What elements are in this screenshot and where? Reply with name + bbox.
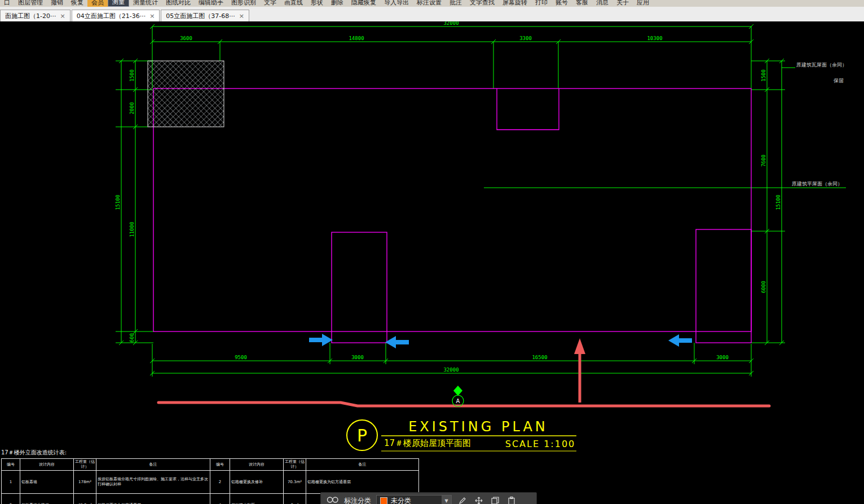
dim-left-total: 15100	[115, 194, 121, 210]
title-chinese: 17＃楼原始屋顶平面图	[384, 438, 471, 448]
roof-outline	[153, 89, 751, 343]
dim-bottom-total: 32000	[443, 367, 459, 373]
dim-top-seg: 3600	[180, 36, 192, 41]
dim-top-seg: 3300	[519, 36, 532, 41]
tab-elevation-21-36[interactable]: 04立面施工图（21-36··· ×	[72, 10, 160, 21]
stats-header-row: 编号 设计内容 工程量（估计） 备注 编号 设计内容 工程量（估计） 备注	[2, 459, 419, 471]
stats-cell: 屋面防水翻新	[230, 494, 284, 504]
stats-header-cell: 工程量（估计）	[284, 459, 306, 471]
dim-bottom-seg: 3000	[351, 355, 364, 360]
menu-item-messages[interactable]: 消息	[592, 0, 612, 7]
tab-close-icon[interactable]: ×	[60, 12, 65, 20]
tab-elevation-37-68[interactable]: 05立面施工图（37-68··· ×	[161, 10, 249, 21]
stats-cell: 178m²	[74, 471, 96, 494]
stats-cell: 铝板幕墙	[20, 471, 74, 494]
menu-item-draw-line[interactable]: 画直线	[280, 0, 307, 7]
menu-item-edit-assistant[interactable]: 编辑助手	[195, 0, 227, 7]
stats-cell: 按原铝板幕墙分格尺寸排列图测绘、施工要求，送样与业主多次打样确认封样	[96, 471, 210, 494]
section-marker-a: A	[452, 386, 464, 406]
menu-item-import-export[interactable]: 导入导出	[380, 0, 413, 7]
stats-cell: 铝格栅更换为铝方通基层	[96, 494, 210, 504]
dim-bottom-seg: 9500	[235, 355, 247, 360]
annotation-category-select[interactable]: 未分类 ▼	[376, 495, 452, 504]
menu-item-measure[interactable]: 测量	[108, 0, 129, 7]
stats-header-cell: 设计内容	[20, 459, 74, 471]
stats-row: 1 铝板幕墙 178m² 按原铝板幕墙分格尺寸排列图测绘、施工要求，送样与业主多…	[2, 471, 419, 494]
menu-item-redo[interactable]: 恢复	[67, 0, 87, 7]
menu-item-support[interactable]: 客服	[572, 0, 592, 7]
section-marker-diamond-icon	[453, 386, 462, 396]
dim-left-seg: 600	[129, 333, 135, 342]
menu-item-drawing-compare[interactable]: 图纸对比	[162, 0, 195, 7]
tab-elevation-1-20[interactable]: 面施工图（1-20··· ×	[0, 10, 70, 21]
chevron-down-icon[interactable]: ▼	[442, 496, 451, 504]
dim-top-seg: 14800	[349, 36, 364, 41]
drawing-canvas[interactable]: 32000 3600 14800 3300 10300 15100 1500 2…	[0, 21, 864, 504]
stats-table-title: 17＃楼外立面改造统计表:	[1, 449, 420, 457]
stats-cell: 48.2m²	[74, 494, 96, 504]
menu-item-delete[interactable]: 删除	[327, 0, 347, 7]
category-color-swatch	[380, 497, 387, 504]
dim-right-total: 15100	[775, 194, 781, 210]
stats-header-cell: 设计内容	[230, 459, 284, 471]
stats-cell: 1	[2, 471, 20, 494]
dimension-lines	[116, 24, 846, 377]
title-block: P EXISTING PLAN 17＃楼原始屋顶平面图 SCALE 1:100	[347, 419, 576, 451]
label-flat-roof: 原建筑平屋面（余同）	[792, 181, 843, 187]
dim-left-seg: 11000	[129, 222, 135, 237]
menu-item-measure-stats[interactable]: 测量统计	[129, 0, 162, 7]
stats-header-cell: 备注	[96, 459, 210, 471]
tab-close-icon[interactable]: ×	[149, 12, 155, 20]
stats-header-cell: 工程量（估计）	[74, 459, 96, 471]
menu-item-apps[interactable]: 应用	[633, 0, 653, 7]
dim-left-seg: 1500	[129, 69, 135, 82]
blue-arrow-left-icon	[385, 336, 409, 348]
drawing-tabs: 面施工图（1-20··· × 04立面施工图（21-36··· × 05立面施工…	[0, 7, 864, 21]
menu-item-window[interactable]: 口	[0, 0, 14, 7]
label-tile-roof: 原建筑瓦屋面（余同）	[796, 62, 847, 68]
stats-cell: 3	[2, 494, 20, 504]
dim-right-seg: 1500	[761, 69, 766, 82]
tab-label: 04立面施工图（21-36···	[77, 12, 146, 20]
stats-header-cell: 编号	[210, 459, 230, 471]
title-circle-letter: P	[357, 426, 367, 445]
copy-annotation-button[interactable]	[490, 495, 501, 504]
dim-bottom-seg: 16500	[532, 355, 547, 360]
move-annotation-button[interactable]	[473, 495, 484, 504]
menu-item-annotation-settings[interactable]: 标注设置	[413, 0, 446, 7]
label-keep: 保留	[833, 78, 844, 83]
cad-drawing: 32000 3600 14800 3300 10300 15100 1500 2…	[0, 21, 864, 504]
menu-item-screen-rotate[interactable]: 屏幕旋转	[499, 0, 531, 7]
dim-bottom-seg: 3000	[716, 355, 729, 360]
menu-item-shapes[interactable]: 形状	[307, 0, 327, 7]
category-selected-value: 未分类	[391, 496, 438, 504]
menu-item-print[interactable]: 打印	[531, 0, 552, 7]
annotation-toolbar: 标注分类 未分类 ▼	[320, 492, 537, 504]
menu-item-member[interactable]: 会员	[87, 0, 108, 7]
hatch-area	[148, 61, 224, 127]
menu-item-hide-restore[interactable]: 隐藏恢复	[347, 0, 380, 7]
edit-annotation-button[interactable]	[457, 495, 468, 504]
tab-label: 05立面施工图（37-68···	[166, 12, 235, 20]
stats-cell: 0m²	[284, 494, 306, 504]
stats-cell: 铝格栅更换及修补	[230, 471, 284, 494]
stats-cell: 4	[210, 494, 230, 504]
stats-cell: 70.3m²	[284, 471, 306, 494]
menu-item-text-search[interactable]: 文字查找	[466, 0, 499, 7]
menu-item-shape-recognition[interactable]: 图形识别	[227, 0, 260, 7]
menu-item-comment[interactable]: 批注	[446, 0, 466, 7]
menu-item-text[interactable]: 文字	[260, 0, 280, 7]
stats-cell: 2	[210, 471, 230, 494]
stats-header-cell: 编号	[2, 459, 20, 471]
stats-cell: 铝板幕墙仿格栅	[20, 494, 74, 504]
menu-item-about[interactable]: 关于	[612, 0, 633, 7]
dim-right-seg: 7600	[761, 154, 766, 167]
menu-item-account[interactable]: 账号	[552, 0, 572, 7]
paste-annotation-button[interactable]	[506, 495, 517, 504]
blue-arrow-right-icon	[309, 334, 333, 346]
section-marker-letter: A	[456, 398, 460, 404]
menu-item-layer-manager[interactable]: 图层管理	[14, 0, 47, 7]
tab-label: 面施工图（1-20···	[5, 12, 56, 20]
menu-item-undo[interactable]: 撤销	[47, 0, 67, 7]
tab-close-icon[interactable]: ×	[239, 12, 244, 20]
